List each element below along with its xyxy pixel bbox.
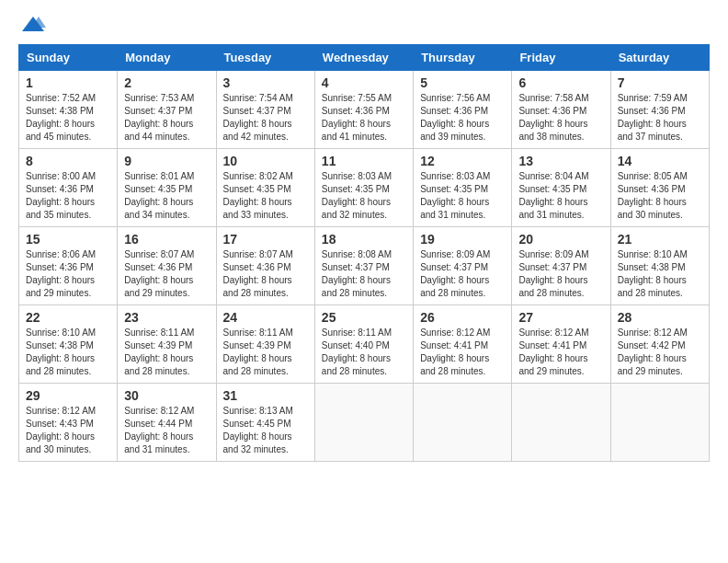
day-info: Sunrise: 8:12 AM Sunset: 4:41 PM Dayligh… — [420, 327, 505, 378]
calendar-cell — [314, 384, 413, 462]
day-number: 21 — [618, 232, 702, 247]
weekday-header: Monday — [118, 45, 216, 71]
calendar-cell: 7 Sunrise: 7:59 AM Sunset: 4:36 PM Dayli… — [610, 71, 709, 149]
calendar-cell — [610, 384, 709, 462]
calendar-cell: 27 Sunrise: 8:12 AM Sunset: 4:41 PM Dayl… — [512, 305, 610, 384]
day-info: Sunrise: 7:59 AM Sunset: 4:36 PM Dayligh… — [618, 92, 702, 144]
calendar-cell: 31 Sunrise: 8:13 AM Sunset: 4:45 PM Dayl… — [216, 384, 314, 462]
day-info: Sunrise: 8:11 AM Sunset: 4:39 PM Dayligh… — [223, 327, 308, 378]
weekday-header: Thursday — [414, 45, 512, 71]
day-number: 1 — [26, 75, 110, 90]
day-number: 26 — [420, 310, 505, 325]
calendar-cell: 17 Sunrise: 8:07 AM Sunset: 4:36 PM Dayl… — [216, 227, 314, 305]
day-info: Sunrise: 8:05 AM Sunset: 4:36 PM Dayligh… — [618, 170, 702, 222]
day-info: Sunrise: 8:13 AM Sunset: 4:45 PM Dayligh… — [223, 405, 308, 456]
calendar-cell: 28 Sunrise: 8:12 AM Sunset: 4:42 PM Dayl… — [610, 305, 709, 384]
day-info: Sunrise: 8:10 AM Sunset: 4:38 PM Dayligh… — [618, 248, 702, 300]
day-number: 19 — [420, 232, 505, 247]
calendar-cell: 29 Sunrise: 8:12 AM Sunset: 4:43 PM Dayl… — [19, 384, 118, 462]
day-number: 18 — [322, 232, 406, 247]
calendar-cell: 1 Sunrise: 7:52 AM Sunset: 4:38 PM Dayli… — [19, 71, 118, 149]
calendar-cell: 21 Sunrise: 8:10 AM Sunset: 4:38 PM Dayl… — [610, 227, 709, 305]
day-number: 4 — [322, 75, 406, 90]
day-info: Sunrise: 8:00 AM Sunset: 4:36 PM Dayligh… — [26, 170, 110, 222]
calendar-cell: 30 Sunrise: 8:12 AM Sunset: 4:44 PM Dayl… — [118, 384, 216, 462]
day-number: 14 — [618, 154, 702, 168]
weekday-header: Saturday — [610, 45, 709, 71]
day-number: 13 — [518, 154, 603, 168]
day-info: Sunrise: 8:02 AM Sunset: 4:35 PM Dayligh… — [223, 170, 308, 222]
weekday-header: Friday — [512, 45, 610, 71]
day-info: Sunrise: 7:54 AM Sunset: 4:37 PM Dayligh… — [223, 92, 308, 144]
day-info: Sunrise: 7:55 AM Sunset: 4:36 PM Dayligh… — [322, 92, 406, 144]
calendar-cell: 10 Sunrise: 8:02 AM Sunset: 4:35 PM Dayl… — [216, 149, 314, 227]
calendar-cell: 22 Sunrise: 8:10 AM Sunset: 4:38 PM Dayl… — [19, 305, 118, 384]
day-number: 7 — [618, 75, 702, 90]
calendar-cell: 26 Sunrise: 8:12 AM Sunset: 4:41 PM Dayl… — [414, 305, 512, 384]
day-number: 11 — [322, 154, 406, 168]
day-info: Sunrise: 8:01 AM Sunset: 4:35 PM Dayligh… — [124, 170, 209, 222]
day-number: 17 — [223, 232, 308, 247]
day-number: 15 — [26, 232, 110, 247]
day-info: Sunrise: 8:12 AM Sunset: 4:44 PM Dayligh… — [124, 405, 209, 456]
day-number: 9 — [124, 154, 209, 168]
day-info: Sunrise: 7:58 AM Sunset: 4:36 PM Dayligh… — [518, 92, 603, 144]
calendar-cell — [414, 384, 512, 462]
calendar-cell: 25 Sunrise: 8:11 AM Sunset: 4:40 PM Dayl… — [314, 305, 413, 384]
day-number: 12 — [420, 154, 505, 168]
day-number: 22 — [26, 310, 110, 325]
day-info: Sunrise: 8:08 AM Sunset: 4:37 PM Dayligh… — [322, 248, 406, 300]
calendar-cell: 11 Sunrise: 8:03 AM Sunset: 4:35 PM Dayl… — [314, 149, 413, 227]
calendar-table: SundayMondayTuesdayWednesdayThursdayFrid… — [18, 44, 710, 462]
day-number: 24 — [223, 310, 308, 325]
day-info: Sunrise: 8:12 AM Sunset: 4:43 PM Dayligh… — [26, 405, 110, 456]
day-number: 6 — [518, 75, 603, 90]
day-number: 20 — [518, 232, 603, 247]
day-info: Sunrise: 8:11 AM Sunset: 4:39 PM Dayligh… — [124, 327, 209, 378]
calendar-cell: 2 Sunrise: 7:53 AM Sunset: 4:37 PM Dayli… — [118, 71, 216, 149]
calendar-cell: 18 Sunrise: 8:08 AM Sunset: 4:37 PM Dayl… — [314, 227, 413, 305]
day-info: Sunrise: 8:06 AM Sunset: 4:36 PM Dayligh… — [26, 248, 110, 300]
calendar-cell: 9 Sunrise: 8:01 AM Sunset: 4:35 PM Dayli… — [118, 149, 216, 227]
calendar-cell: 4 Sunrise: 7:55 AM Sunset: 4:36 PM Dayli… — [314, 71, 413, 149]
calendar-cell: 12 Sunrise: 8:03 AM Sunset: 4:35 PM Dayl… — [414, 149, 512, 227]
logo-general — [18, 15, 46, 39]
calendar-cell: 3 Sunrise: 7:54 AM Sunset: 4:37 PM Dayli… — [216, 71, 314, 149]
day-info: Sunrise: 8:03 AM Sunset: 4:35 PM Dayligh… — [322, 170, 406, 222]
day-info: Sunrise: 8:07 AM Sunset: 4:36 PM Dayligh… — [124, 248, 209, 300]
weekday-header: Wednesday — [314, 45, 413, 71]
day-number: 30 — [124, 388, 209, 403]
calendar-cell: 6 Sunrise: 7:58 AM Sunset: 4:36 PM Dayli… — [512, 71, 610, 149]
day-info: Sunrise: 8:09 AM Sunset: 4:37 PM Dayligh… — [420, 248, 505, 300]
day-info: Sunrise: 8:07 AM Sunset: 4:36 PM Dayligh… — [223, 248, 308, 300]
day-number: 29 — [26, 388, 110, 403]
day-info: Sunrise: 7:53 AM Sunset: 4:37 PM Dayligh… — [124, 92, 209, 144]
calendar-cell: 8 Sunrise: 8:00 AM Sunset: 4:36 PM Dayli… — [19, 149, 118, 227]
weekday-header: Tuesday — [216, 45, 314, 71]
logo — [18, 15, 46, 35]
day-info: Sunrise: 8:12 AM Sunset: 4:42 PM Dayligh… — [618, 327, 702, 378]
day-number: 25 — [322, 310, 406, 325]
day-number: 8 — [26, 154, 110, 168]
day-info: Sunrise: 7:56 AM Sunset: 4:36 PM Dayligh… — [420, 92, 505, 144]
day-info: Sunrise: 7:52 AM Sunset: 4:38 PM Dayligh… — [26, 92, 110, 144]
day-number: 5 — [420, 75, 505, 90]
day-number: 27 — [518, 310, 603, 325]
calendar-cell: 19 Sunrise: 8:09 AM Sunset: 4:37 PM Dayl… — [414, 227, 512, 305]
calendar-cell: 14 Sunrise: 8:05 AM Sunset: 4:36 PM Dayl… — [610, 149, 709, 227]
calendar-cell: 15 Sunrise: 8:06 AM Sunset: 4:36 PM Dayl… — [19, 227, 118, 305]
day-number: 16 — [124, 232, 209, 247]
calendar-cell: 20 Sunrise: 8:09 AM Sunset: 4:37 PM Dayl… — [512, 227, 610, 305]
page-header — [18, 15, 710, 35]
calendar-cell: 23 Sunrise: 8:11 AM Sunset: 4:39 PM Dayl… — [118, 305, 216, 384]
calendar-cell — [512, 384, 610, 462]
day-number: 23 — [124, 310, 209, 325]
day-info: Sunrise: 8:03 AM Sunset: 4:35 PM Dayligh… — [420, 170, 505, 222]
day-info: Sunrise: 8:04 AM Sunset: 4:35 PM Dayligh… — [518, 170, 603, 222]
day-number: 28 — [618, 310, 702, 325]
day-number: 10 — [223, 154, 308, 168]
day-number: 2 — [124, 75, 209, 90]
calendar-cell: 24 Sunrise: 8:11 AM Sunset: 4:39 PM Dayl… — [216, 305, 314, 384]
day-info: Sunrise: 8:12 AM Sunset: 4:41 PM Dayligh… — [518, 327, 603, 378]
day-number: 31 — [223, 388, 308, 403]
